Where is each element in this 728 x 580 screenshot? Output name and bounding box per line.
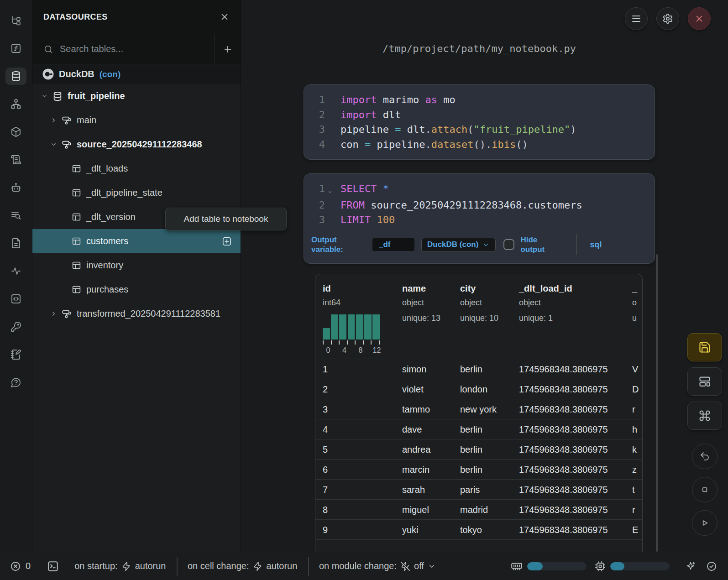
tree-item-label: customers: [86, 236, 128, 246]
run-button[interactable]: [692, 510, 718, 536]
close-app-button[interactable]: [688, 7, 711, 30]
table-row[interactable]: 3tammonew york1745968348.3806975r: [315, 399, 642, 419]
line-number: 3: [304, 213, 325, 228]
fold-icon[interactable]: ⌄: [325, 182, 335, 198]
tree-item-customers[interactable]: customers: [32, 229, 241, 253]
add-datasource-button[interactable]: [214, 34, 241, 64]
activity-notebook-pen-icon[interactable]: [5, 346, 26, 363]
table-row[interactable]: 6marcinberlin1745968348.3806975z: [315, 459, 642, 479]
tree-item-transformed_202504291112283581[interactable]: transformed_202504291112283581: [32, 302, 241, 326]
line-number: 1: [304, 182, 325, 198]
output-variable-input[interactable]: [372, 238, 414, 251]
column-header-city[interactable]: city: [460, 283, 476, 294]
chevron-right-icon[interactable]: [50, 117, 58, 124]
cell: new york: [460, 404, 497, 414]
table-row[interactable]: 7sarahparis1745968348.3806975t: [315, 479, 642, 499]
settings-button[interactable]: [656, 7, 679, 30]
cell: z: [632, 464, 637, 475]
on-cell-change-setting[interactable]: on cell change: autorun: [188, 561, 297, 571]
column-header-_dlt_load_id[interactable]: _dlt_load_id: [519, 283, 572, 294]
table-row[interactable]: 9yukitokyo1745968348.3806975E: [315, 519, 642, 539]
cell: sarah: [402, 484, 425, 495]
undo-button[interactable]: [692, 444, 718, 469]
code-line: 1import marimo as mo: [304, 93, 655, 108]
activity-key-icon[interactable]: [5, 318, 26, 335]
activity-help-circle-icon[interactable]: [5, 374, 26, 391]
chevron-down-icon[interactable]: [50, 141, 58, 148]
check-circle-icon: [706, 561, 717, 572]
sql-code[interactable]: 1⌄SELECT *2FROM source_20250429111228346…: [304, 174, 655, 228]
column-header-_[interactable]: _: [632, 283, 637, 294]
tree-item-label: _dlt_version: [86, 212, 136, 222]
engine-select[interactable]: DuckDB (con): [421, 238, 496, 252]
chevron-right-icon[interactable]: [50, 310, 58, 317]
python-cell[interactable]: 1import marimo as mo2import dlt3pipeline…: [304, 84, 655, 160]
ai-assist-button[interactable]: [685, 561, 696, 572]
tree-item-source_202504291112283468[interactable]: source_202504291112283468: [32, 132, 241, 157]
panel-layout-button[interactable]: [687, 367, 722, 396]
search-input[interactable]: [60, 44, 188, 54]
table-row[interactable]: 2violetlondon1745968348.3806975D: [315, 379, 642, 399]
python-code[interactable]: 1import marimo as mo2import dlt3pipeline…: [304, 85, 655, 152]
on-module-change-value: off: [414, 561, 424, 571]
schema-icon: [62, 115, 72, 125]
status-bar: 0 on startup: autorun on cell change: au…: [0, 552, 728, 580]
table-row[interactable]: 8miguelmadrid1745968348.3806975r: [315, 499, 642, 519]
column-header-id[interactable]: id: [323, 283, 331, 294]
health-status[interactable]: [706, 561, 717, 572]
column-header-name[interactable]: name: [402, 283, 426, 294]
on-startup-setting[interactable]: on startup: autorun: [74, 561, 166, 571]
vertical-scrollbar[interactable]: [656, 254, 658, 552]
error-count[interactable]: 0: [10, 561, 31, 572]
menu-button[interactable]: [625, 7, 648, 30]
cell: tokyo: [460, 524, 482, 535]
add-table-to-notebook-button[interactable]: [222, 236, 232, 246]
activity-box-icon[interactable]: [5, 123, 26, 141]
command-palette-button[interactable]: [687, 402, 722, 430]
cell: 1: [323, 364, 328, 374]
activity-network-icon[interactable]: [5, 95, 26, 113]
undo-icon: [699, 451, 710, 462]
tree-item-label: purchases: [86, 284, 128, 295]
fold-icon: [325, 122, 335, 137]
activity-bot-icon[interactable]: [5, 179, 26, 196]
save-button[interactable]: [687, 333, 722, 361]
column-stat: unique: 13: [402, 314, 440, 323]
stop-button[interactable]: [692, 477, 718, 502]
tree-item-fruit_pipeline[interactable]: fruit_pipeline: [32, 84, 241, 108]
tree-item-_dlt_pipeline_state[interactable]: _dlt_pipeline_state: [32, 181, 241, 205]
activity-scroll-text-icon[interactable]: [5, 151, 26, 168]
tree-item-purchases[interactable]: purchases: [32, 277, 241, 302]
tree-item-inventory[interactable]: inventory: [32, 253, 241, 277]
activity-database-icon[interactable]: [5, 68, 26, 85]
query-result-table[interactable]: id int64name objectunique: 13city object…: [315, 274, 643, 552]
activity-code-square-icon[interactable]: [5, 290, 26, 308]
terminal-button[interactable]: [47, 560, 59, 572]
cell: 9: [323, 524, 328, 535]
notebook-filename: /tmp/project/path/my_notebook.py: [304, 43, 655, 54]
search-box[interactable]: [32, 34, 214, 64]
activity-list-search-icon[interactable]: [5, 207, 26, 224]
line-number: 1: [304, 93, 325, 108]
table-row[interactable]: 1simonberlin1745968348.3806975V: [315, 359, 642, 379]
duckdb-connection-row[interactable]: DuckDB (con): [32, 64, 241, 84]
cell: k: [632, 444, 637, 455]
database-sm-icon: [52, 91, 63, 101]
sql-cell[interactable]: 1⌄SELECT *2FROM source_20250429111228346…: [304, 173, 655, 264]
tree-item-_dlt_loads[interactable]: _dlt_loads: [32, 157, 241, 181]
hide-output-checkbox[interactable]: [503, 239, 514, 250]
activity-file-text-icon[interactable]: [5, 235, 26, 252]
activity-function-square-icon[interactable]: [5, 40, 26, 57]
gear-icon: [662, 13, 673, 24]
activity-file-tree-icon[interactable]: [5, 12, 26, 29]
cell: yuki: [402, 524, 419, 535]
close-panel-icon[interactable]: [220, 12, 230, 22]
chevron-down-icon[interactable]: [41, 93, 48, 99]
cell: berlin: [460, 364, 482, 374]
tree-item-main[interactable]: main: [32, 108, 241, 132]
activity-activity-icon[interactable]: [5, 262, 26, 280]
id-column-histogram: 04812: [323, 314, 380, 355]
table-row[interactable]: 5andreaberlin1745968348.3806975k: [315, 439, 642, 459]
table-row[interactable]: 4daveberlin1745968348.3806975h: [315, 419, 642, 439]
on-module-change-setting[interactable]: on module change: off: [319, 561, 436, 571]
